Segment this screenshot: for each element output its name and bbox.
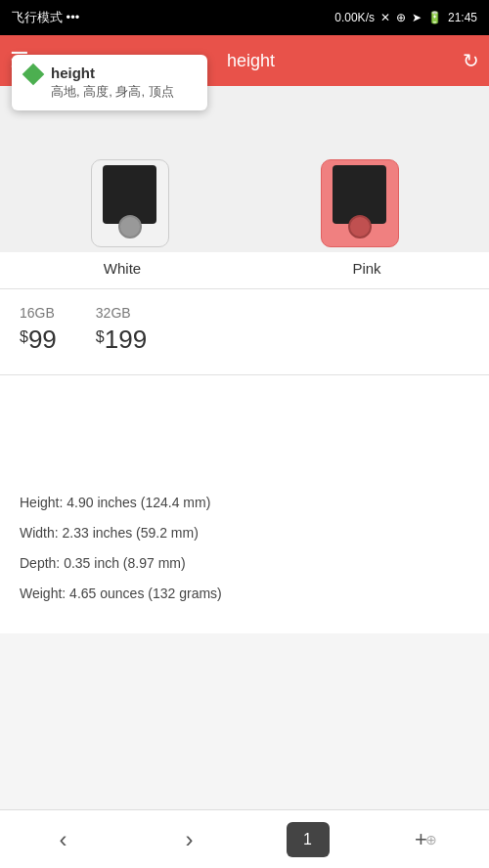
signal-icon: ✕ (380, 11, 390, 24)
color-label-pink[interactable]: Pink (244, 252, 489, 288)
storage-16gb: 16GB (20, 305, 57, 321)
bottom-nav: ‹ › 1 + ⊕ (0, 809, 489, 868)
wifi-icon: ⊕ (396, 11, 406, 24)
tooltip-diamond-icon (22, 64, 45, 86)
price-section: 16GB $99 32GB $199 (0, 289, 489, 374)
status-mode: 飞行模式 ••• (12, 9, 79, 26)
price-amount-16gb: 99 (28, 325, 57, 354)
status-left: 飞行模式 ••• (12, 9, 79, 26)
price-item-32gb: 32GB $199 (96, 305, 147, 355)
phone-white-screen (103, 165, 156, 224)
phone-item-pink[interactable] (249, 154, 469, 252)
color-labels-row: White Pink (0, 252, 489, 288)
phone-pink-screen (333, 165, 386, 224)
phone-white-body (91, 159, 169, 247)
currency-symbol-16gb: $ (20, 328, 28, 346)
phone-pink-body (321, 159, 399, 247)
battery-icon: 🔋 (427, 11, 442, 24)
status-bar: 飞行模式 ••• 0.00K/s ✕ ⊕ ➤ 🔋 21:45 (0, 0, 489, 35)
phone-image-white (71, 154, 189, 252)
storage-32gb: 32GB (96, 305, 147, 321)
back-button[interactable]: ‹ (34, 815, 93, 864)
tooltip-subtitle: 高地, 高度, 身高, 顶点 (51, 83, 174, 101)
currency-symbol-32gb: $ (96, 328, 105, 346)
price-item-16gb: 16GB $99 (20, 305, 57, 355)
arrow-icon: ➤ (412, 11, 422, 24)
phone-color-row (0, 145, 489, 252)
page-number[interactable]: 1 (287, 822, 330, 857)
price-16gb: $99 (20, 325, 57, 355)
tooltip: height 高地, 高度, 身高, 顶点 (12, 55, 207, 110)
price-amount-32gb: 199 (105, 325, 147, 354)
phone-item-white[interactable] (20, 154, 240, 252)
main-content: White Pink 16GB $99 32GB $199 Height: 4.… (0, 86, 489, 633)
tooltip-title: height (51, 65, 174, 81)
refresh-icon[interactable]: ↻ (463, 49, 479, 72)
tooltip-content: height 高地, 高度, 身高, 顶点 (51, 65, 174, 101)
forward-button[interactable]: › (160, 815, 219, 864)
empty-section (0, 375, 489, 473)
spec-height: Height: 4.90 inches (124.4 mm) (20, 493, 469, 513)
color-label-white[interactable]: White (0, 252, 244, 288)
spec-width: Width: 2.33 inches (59.2 mm) (20, 523, 469, 543)
status-right: 0.00K/s ✕ ⊕ ➤ 🔋 21:45 (334, 11, 477, 24)
spec-weight: Weight: 4.65 ounces (132 grams) (20, 584, 469, 604)
spec-depth: Depth: 0.35 inch (8.97 mm) (20, 553, 469, 574)
network-speed: 0.00K/s (334, 11, 375, 24)
price-32gb: $199 (96, 325, 147, 355)
specs-section: Height: 4.90 inches (124.4 mm) Width: 2.… (0, 473, 489, 633)
watermark-icon: ⊕ (425, 832, 437, 847)
phone-image-pink (301, 154, 419, 252)
add-button[interactable]: + ⊕ (397, 815, 456, 864)
clock: 21:45 (448, 11, 477, 24)
